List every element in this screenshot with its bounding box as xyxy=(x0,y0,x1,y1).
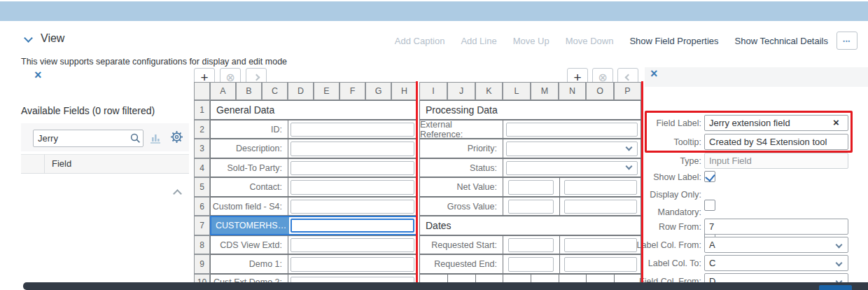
chart-icon xyxy=(149,132,162,144)
search-input[interactable] xyxy=(38,131,125,146)
collapse-panel-chevron-icon[interactable] xyxy=(173,189,182,198)
field-column-header: Field xyxy=(52,158,71,169)
row-number[interactable]: 5 xyxy=(194,177,210,197)
view-subtitle: This view supports separate configuratio… xyxy=(21,57,287,67)
contact-input[interactable] xyxy=(290,180,414,195)
grid-row-contact[interactable]: Contact: xyxy=(210,177,417,197)
col-header-G[interactable]: G xyxy=(365,82,391,100)
col-header-H[interactable]: H xyxy=(391,82,417,100)
grid-row-external-reference[interactable]: External Reference: xyxy=(419,120,641,139)
table-header-divider xyxy=(44,154,45,174)
overflow-menu-button[interactable]: ●●● xyxy=(836,32,858,50)
view-toolbar: Add Caption Add Line Move Up Move Down S… xyxy=(395,36,828,46)
id-input[interactable] xyxy=(290,123,414,137)
description-input[interactable] xyxy=(290,141,414,156)
bottom-bar-blue-button[interactable] xyxy=(819,285,852,290)
cds-view-extd-input[interactable] xyxy=(290,238,414,252)
col-header-P[interactable]: P xyxy=(614,82,641,100)
annotation-red-line-right xyxy=(641,81,643,290)
show-label-label: Show Label: xyxy=(617,172,701,182)
grid-row-priority[interactable]: Priority: xyxy=(419,139,641,158)
net-value-input[interactable] xyxy=(508,180,554,195)
col-header-F[interactable]: F xyxy=(340,82,365,100)
section-header-processing-data: Processing Data xyxy=(419,100,641,120)
display-only-label: Display Only: xyxy=(617,190,701,200)
row-number[interactable]: 1 xyxy=(194,100,210,120)
col-header-K[interactable]: K xyxy=(475,82,503,100)
row-number[interactable]: 4 xyxy=(194,158,210,177)
col-header-I[interactable]: I xyxy=(419,82,447,100)
row-number[interactable]: 3 xyxy=(194,139,210,158)
collapse-view-chevron-icon[interactable] xyxy=(24,34,33,43)
app-window: View Add Caption Add Line Move Up Move D… xyxy=(0,0,868,290)
grid-row-cds-view-extd[interactable]: CDS View Extd: xyxy=(210,235,417,254)
grid-row-requested-start[interactable]: Requested Start: xyxy=(419,235,641,254)
col-header-E[interactable]: E xyxy=(314,82,340,100)
cell-divider xyxy=(559,178,560,196)
move-down-button: Move Down xyxy=(566,36,614,46)
row-from-label: Row From: xyxy=(617,222,701,232)
corner-header-cell xyxy=(194,82,210,100)
row-number[interactable]: 2 xyxy=(194,120,210,139)
settings-gear-icon[interactable] xyxy=(170,130,183,144)
label-col-to-label: Label Col. To: xyxy=(617,258,701,268)
grid-row-status[interactable]: Status: xyxy=(419,158,641,177)
tooltip-input[interactable] xyxy=(704,134,848,150)
col-header-A[interactable]: A xyxy=(210,82,236,100)
search-icon[interactable] xyxy=(130,133,141,144)
show-technical-details-button[interactable]: Show Technical Details xyxy=(735,36,828,46)
grid-row-requested-end[interactable]: Requested End: xyxy=(419,254,641,274)
mandatory-label: Mandatory: xyxy=(617,207,701,217)
grid-row-description[interactable]: Description: xyxy=(210,139,417,158)
cell-divider xyxy=(559,255,560,273)
grid-row-sold-to-party[interactable]: Sold-To Party: xyxy=(210,158,417,177)
col-header-C[interactable]: C xyxy=(262,82,288,100)
requested-start-input[interactable] xyxy=(508,238,554,252)
grid-row-gross-value[interactable]: Gross Value: xyxy=(419,197,641,216)
row-from-input[interactable] xyxy=(704,219,848,235)
row-number[interactable]: 6 xyxy=(194,197,210,216)
tooltip-label: Tooltip: xyxy=(617,137,701,147)
sold-to-party-input[interactable] xyxy=(290,161,414,175)
requested-end-input[interactable] xyxy=(508,257,554,272)
bottom-overlay-bar xyxy=(23,282,868,290)
grid-row-net-value[interactable]: Net Value: xyxy=(419,177,641,197)
clear-field-label-icon[interactable]: × xyxy=(833,116,839,128)
grid-row-id[interactable]: ID: xyxy=(210,120,417,139)
col-header-B[interactable]: B xyxy=(236,82,262,100)
field-label-input[interactable] xyxy=(704,115,848,131)
show-label-checkbox[interactable] xyxy=(704,171,715,182)
type-input xyxy=(704,153,848,169)
chevron-down-icon xyxy=(836,260,843,267)
col-header-J[interactable]: J xyxy=(447,82,475,100)
overflow-icon: ●●● xyxy=(844,39,851,43)
col-header-M[interactable]: M xyxy=(531,82,559,100)
show-field-properties-button[interactable]: Show Field Properties xyxy=(629,36,718,46)
label-col-from-select[interactable]: A xyxy=(704,237,848,253)
annotation-red-line-left xyxy=(416,81,418,290)
close-properties-panel-icon[interactable]: × xyxy=(650,69,658,78)
display-only-checkbox[interactable] xyxy=(704,200,715,211)
col-header-L[interactable]: L xyxy=(503,82,531,100)
add-line-button: Add Line xyxy=(461,36,496,46)
chevron-left-icon xyxy=(624,74,631,81)
col-header-N[interactable]: N xyxy=(559,82,586,100)
col-header-D[interactable]: D xyxy=(288,82,314,100)
row-number[interactable]: 7 xyxy=(194,216,210,235)
grid-row-demo-1[interactable]: Demo 1: xyxy=(210,254,417,274)
chevron-down-icon xyxy=(836,242,843,249)
gross-value-input[interactable] xyxy=(508,200,554,214)
demo-1-input[interactable] xyxy=(290,257,414,272)
row-number[interactable]: 9 xyxy=(194,254,210,274)
properties-panel-header xyxy=(645,67,868,87)
col-header-O[interactable]: O xyxy=(586,82,614,100)
close-available-fields-icon[interactable]: × xyxy=(34,70,42,80)
label-col-to-select[interactable]: C xyxy=(704,255,848,271)
grid-row-customerhs-selected[interactable]: CUSTOMERHS… xyxy=(210,216,417,235)
grid-row-custom-field-s4[interactable]: Custom field - S4: xyxy=(210,197,417,216)
type-label: Type: xyxy=(617,156,701,166)
label-col-from-label: Label Col. From: xyxy=(617,240,701,250)
customerhs-input[interactable] xyxy=(290,219,414,233)
row-number[interactable]: 8 xyxy=(194,235,210,254)
custom-field-s4-input[interactable] xyxy=(290,200,414,214)
